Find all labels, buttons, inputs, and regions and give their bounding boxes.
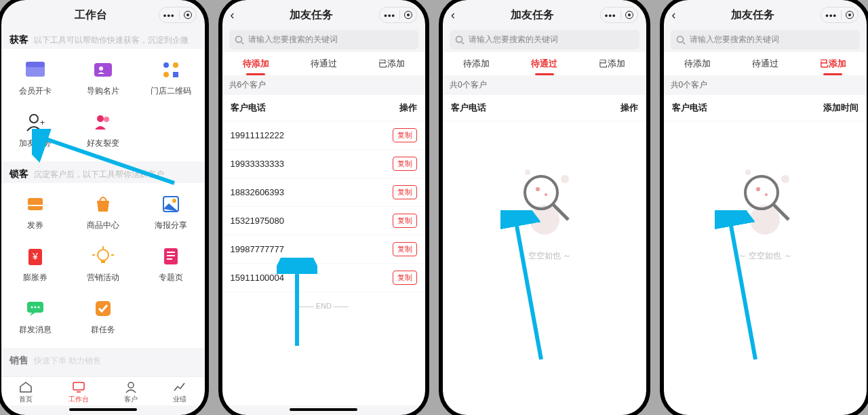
tab-pending[interactable]: 待添加 (443, 52, 511, 75)
page-title: 工作台 (23, 8, 159, 22)
nav-performance[interactable]: 业绩 (173, 381, 186, 404)
money-icon: ¥ (24, 245, 47, 268)
svg-point-5 (173, 62, 178, 68)
empty-illustration (504, 155, 585, 237)
tool-label: 专题页 (159, 272, 183, 283)
tool-send-coupon[interactable]: 发券 (1, 186, 69, 238)
copy-button[interactable]: 复制 (393, 185, 417, 199)
list-end: —— END —— (222, 292, 426, 319)
svg-rect-2 (94, 63, 112, 77)
tool-label: 门店二维码 (151, 85, 191, 97)
tool-member-card[interactable]: 会员开卡 (1, 52, 69, 104)
tool-group-message[interactable]: 群发消息 (1, 290, 69, 342)
tool-marketing-activity[interactable]: 营销活动 (69, 238, 137, 290)
tool-label: 膨胀券 (23, 272, 47, 283)
tool-add-friend-task[interactable]: + 加友任务 (1, 104, 69, 156)
back-button[interactable]: ‹ (231, 8, 244, 22)
miniapp-capsule[interactable]: ••• (159, 7, 197, 23)
monitor-icon (72, 381, 85, 393)
svg-text:+: + (40, 118, 45, 127)
svg-rect-13 (28, 205, 43, 206)
count-bar: 共6个客户 (222, 75, 426, 95)
close-icon[interactable] (625, 11, 633, 19)
tool-label: 导购名片 (87, 85, 119, 97)
copy-button[interactable]: 复制 (393, 214, 417, 228)
tool-special-page[interactable]: 专题页 (137, 238, 205, 290)
copy-button[interactable]: 复制 (393, 271, 417, 285)
tab-added[interactable]: 已添加 (357, 52, 425, 75)
copy-button[interactable]: 复制 (393, 128, 417, 142)
tool-friend-fission[interactable]: 好友裂变 (69, 104, 137, 156)
tool-group-task[interactable]: 群任务 (69, 290, 137, 342)
svg-rect-32 (73, 382, 84, 390)
col-action: 操作 (620, 102, 638, 114)
more-icon[interactable]: ••• (163, 10, 175, 20)
svg-point-30 (37, 307, 39, 309)
nav-workbench[interactable]: 工作台 (68, 381, 89, 404)
section-head-xiaoshou: 销售 快速下单 助力销售 (1, 348, 205, 370)
close-icon[interactable] (184, 11, 192, 19)
tool-poster-share[interactable]: 海报分享 (137, 186, 205, 238)
home-icon (19, 381, 33, 393)
nav-customer[interactable]: 客户 (124, 381, 138, 404)
svg-rect-1 (26, 62, 45, 67)
close-icon[interactable] (404, 11, 412, 19)
svg-point-36 (235, 36, 241, 42)
chat-icon (24, 297, 47, 320)
tool-guide-card[interactable]: 导购名片 (69, 52, 137, 104)
phone-cell: 18832606393 (231, 187, 285, 197)
bottom-nav: 首页 工作台 客户 业绩 (1, 376, 205, 406)
table-row: 19933333333复制 (222, 150, 426, 178)
col-phone: 客户电话 (231, 102, 266, 114)
svg-line-50 (683, 42, 685, 44)
tool-product-center[interactable]: 商品中心 (69, 186, 137, 238)
tab-added[interactable]: 已添加 (578, 52, 646, 75)
section-subtitle: 快速下单 助力销售 (34, 355, 101, 367)
empty-state: ～ 空空如也 ～ (443, 121, 646, 415)
page-title: 加友任务 (686, 8, 821, 22)
svg-point-4 (163, 62, 169, 68)
search-icon (235, 35, 244, 45)
nav-label: 业绩 (173, 395, 186, 404)
svg-point-18 (98, 250, 108, 260)
nav-label: 首页 (19, 395, 33, 404)
table-row: 19911112222复制 (222, 121, 426, 150)
more-icon[interactable]: ••• (825, 10, 837, 20)
svg-line-37 (241, 42, 243, 44)
svg-point-57 (781, 175, 789, 183)
table-row: 18832606393复制 (222, 178, 426, 207)
miniapp-capsule[interactable]: ••• (600, 7, 638, 23)
nav-home[interactable]: 首页 (19, 381, 33, 404)
tab-added[interactable]: 已添加 (799, 52, 867, 75)
close-icon[interactable] (846, 11, 854, 19)
tab-pending[interactable]: 待添加 (222, 52, 290, 75)
nav-label: 工作台 (68, 395, 89, 404)
back-button[interactable]: ‹ (672, 8, 686, 22)
tool-store-qr[interactable]: 门店二维码 (137, 52, 205, 104)
svg-point-3 (99, 66, 103, 71)
tab-pending[interactable]: 待添加 (664, 52, 732, 75)
tab-waiting[interactable]: 待通过 (290, 52, 357, 75)
screen-added: ‹ 加友任务 ••• 请输入您要搜索的关键词 待添加 待通过 已添加 共0个客户… (664, 0, 867, 415)
section-head-huoke: 获客 以下工具可以帮助你快速获客，沉淀到企微 (1, 27, 205, 49)
tool-inflate-coupon[interactable]: ¥膨胀券 (1, 238, 69, 290)
miniapp-capsule[interactable]: ••• (379, 7, 417, 23)
header: ‹ 加友任务 ••• (664, 0, 867, 27)
copy-button[interactable]: 复制 (393, 157, 417, 171)
more-icon[interactable]: ••• (384, 10, 395, 20)
search-input[interactable]: 请输入您要搜索的关键词 (671, 30, 861, 50)
more-icon[interactable]: ••• (605, 10, 616, 20)
search-input[interactable]: 请输入您要搜索的关键词 (450, 30, 639, 50)
col-action: 操作 (399, 102, 417, 114)
tab-waiting[interactable]: 待通过 (511, 52, 578, 75)
screen-pending: ‹ 加友任务 ••• 请输入您要搜索的关键词 待添加 待通过 已添加 共6个客户… (222, 0, 426, 415)
search-input[interactable]: 请输入您要搜索的关键词 (229, 30, 419, 50)
copy-button[interactable]: 复制 (393, 242, 417, 256)
coupon-icon (24, 193, 47, 216)
search-placeholder: 请输入您要搜索的关键词 (469, 34, 558, 45)
miniapp-capsule[interactable]: ••• (821, 7, 859, 23)
people-icon (92, 111, 115, 134)
back-button[interactable]: ‹ (451, 8, 465, 22)
tab-waiting[interactable]: 待通过 (731, 52, 799, 75)
section-head-suoke: 锁客 沉淀客户后，以下工具帮你活跃客户 (1, 161, 205, 183)
